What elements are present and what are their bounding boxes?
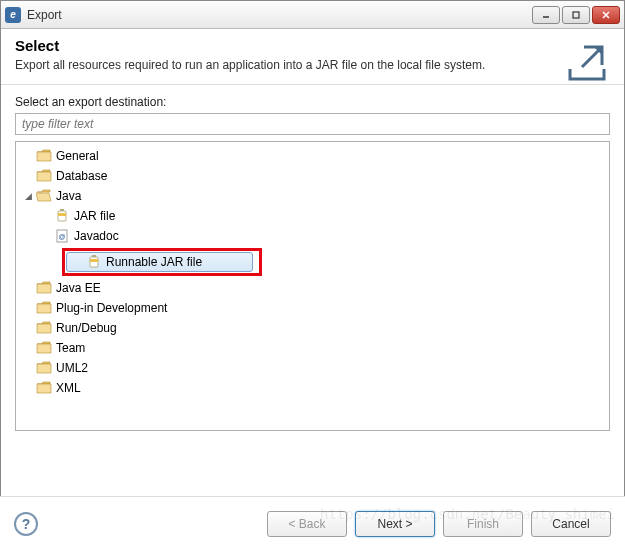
page-subtitle: Export all resources required to run an … [15,58,610,72]
window-title: Export [27,8,532,22]
tree-item[interactable]: ▷UML2 [16,358,609,378]
help-button[interactable]: ? [14,512,38,536]
tree-item-label: UML2 [56,361,88,375]
tree-item-label: Database [56,169,107,183]
tree-item[interactable]: ▷General [16,146,609,166]
tree-item-label: Team [56,341,85,355]
filter-input[interactable] [15,113,610,135]
folder-icon [36,189,52,203]
tree-item[interactable]: ▷JAR file [34,206,609,226]
tree-item[interactable]: ▷Team [16,338,609,358]
folder-icon [36,169,52,183]
page-title: Select [15,37,610,54]
highlight-box: ▷Runnable JAR file [62,248,262,276]
chevron-down-icon[interactable]: ◢ [22,190,34,202]
wizard-footer: ? < Back Next > Finish Cancel [0,496,625,550]
tree-item[interactable]: ▷XML [16,378,609,398]
folder-icon [36,301,52,315]
maximize-button[interactable] [562,6,590,24]
tree-item-label: JAR file [74,209,115,223]
jar-icon [54,209,70,223]
back-button[interactable]: < Back [267,511,347,537]
tree-item-label: Plug-in Development [56,301,167,315]
folder-icon [36,281,52,295]
tree-item[interactable]: ▷Database [16,166,609,186]
svg-text:@: @ [58,233,65,240]
next-button[interactable]: Next > [355,511,435,537]
folder-icon [36,381,52,395]
tree-item[interactable]: ▷Java EE [16,278,609,298]
tree-item-label: XML [56,381,81,395]
folder-icon [36,341,52,355]
title-bar: e Export [1,1,624,29]
tree-item-label: Java [56,189,81,203]
svg-rect-6 [60,209,64,211]
tree-item-label: Java EE [56,281,101,295]
cancel-button[interactable]: Cancel [531,511,611,537]
svg-rect-10 [90,259,98,262]
tree-item-label: General [56,149,99,163]
folder-icon [36,361,52,375]
window-controls [532,6,620,24]
tree-item-label: Javadoc [74,229,119,243]
wizard-header: Select Export all resources required to … [1,29,624,85]
export-icon [564,39,610,85]
tree-view[interactable]: ▷General▷Database◢Java▷JAR file▷@Javadoc… [15,141,610,431]
wizard-body: Select an export destination: ▷General▷D… [1,85,624,431]
svg-rect-11 [92,255,96,257]
destination-label: Select an export destination: [15,95,610,109]
close-button[interactable] [592,6,620,24]
finish-button[interactable]: Finish [443,511,523,537]
app-icon: e [5,7,21,23]
tree-item[interactable]: ▷@Javadoc [34,226,609,246]
tree-item-label: Run/Debug [56,321,117,335]
tree-item-label: Runnable JAR file [106,255,202,269]
javadoc-icon: @ [54,229,70,243]
tree-item[interactable]: ▷Run/Debug [16,318,609,338]
folder-icon [36,321,52,335]
minimize-button[interactable] [532,6,560,24]
svg-rect-5 [58,213,66,216]
tree-item[interactable]: ▷Runnable JAR file [66,252,253,272]
folder-icon [36,149,52,163]
jar-icon [86,255,102,269]
svg-rect-1 [573,12,579,18]
tree-item[interactable]: ◢Java [16,186,609,206]
tree-item[interactable]: ▷Plug-in Development [16,298,609,318]
